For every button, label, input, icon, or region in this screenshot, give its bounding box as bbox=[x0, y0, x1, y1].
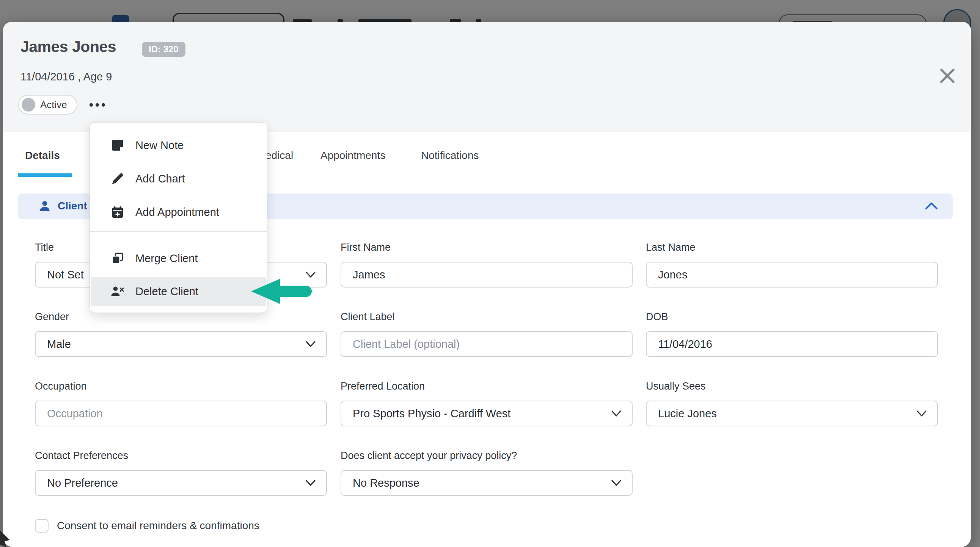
chevron-down-icon bbox=[916, 409, 927, 418]
gender-select[interactable]: Male bbox=[35, 331, 327, 357]
tab-appointments[interactable]: Appointments bbox=[320, 149, 385, 162]
menu-item-delete-client[interactable]: Delete Client bbox=[91, 277, 266, 306]
field-last-name: Last Name Jones bbox=[646, 242, 938, 253]
modal-header: James Jones ID: 320 11/04/2016 , Age 9 A… bbox=[3, 22, 971, 132]
first-name-input[interactable]: James bbox=[340, 262, 633, 288]
consent-checkbox[interactable] bbox=[35, 519, 49, 533]
client-details-modal: James Jones ID: 320 11/04/2016 , Age 9 A… bbox=[3, 22, 971, 547]
field-label: Usually Sees bbox=[646, 380, 938, 392]
field-label: Does client accept your privacy policy? bbox=[340, 450, 633, 462]
chevron-down-icon bbox=[305, 340, 316, 348]
client-dob-age: 11/04/2016 , Age 9 bbox=[21, 70, 112, 83]
menu-item-new-note[interactable]: New Note bbox=[91, 131, 266, 160]
note-icon bbox=[110, 137, 126, 153]
merge-icon bbox=[110, 250, 126, 266]
menu-item-merge-client[interactable]: Merge Client bbox=[91, 244, 266, 273]
tab-medical-partial[interactable]: edical bbox=[266, 149, 293, 162]
field-label: Last Name bbox=[646, 242, 938, 253]
field-first-name: First Name James bbox=[340, 242, 633, 253]
usually-sees-select[interactable]: Lucie Jones bbox=[646, 401, 938, 426]
person-remove-icon bbox=[110, 284, 126, 300]
field-label: Client Label bbox=[340, 311, 633, 323]
active-status-label: Active bbox=[40, 99, 67, 111]
chevron-down-icon bbox=[305, 270, 316, 279]
active-tab-underline bbox=[18, 173, 72, 177]
preferred-location-select[interactable]: Pro Sports Physio - Cardiff West bbox=[340, 401, 633, 426]
close-icon[interactable] bbox=[936, 65, 959, 87]
chevron-down-icon bbox=[611, 479, 622, 487]
field-preferred-location: Preferred Location Pro Sports Physio - C… bbox=[340, 380, 633, 392]
field-privacy-policy: Does client accept your privacy policy? … bbox=[340, 450, 633, 462]
more-options-icon[interactable] bbox=[89, 96, 112, 113]
tab-notifications[interactable]: Notifications bbox=[421, 149, 479, 162]
contact-preferences-select[interactable]: No Preference bbox=[35, 470, 327, 496]
menu-item-add-appointment[interactable]: Add Appointment bbox=[91, 198, 266, 226]
last-name-input[interactable]: Jones bbox=[646, 262, 938, 288]
toggle-knob-icon bbox=[22, 98, 35, 111]
person-icon bbox=[38, 199, 52, 213]
field-contact-preferences: Contact Preferences No Preference bbox=[35, 450, 327, 462]
menu-item-add-chart[interactable]: Add Chart bbox=[91, 164, 266, 193]
menu-divider bbox=[90, 231, 267, 232]
field-label: DOB bbox=[646, 311, 938, 323]
pencil-icon bbox=[110, 171, 126, 187]
annotation-arrow-shaft bbox=[277, 286, 312, 297]
dob-input[interactable]: 11/04/2016 bbox=[646, 331, 938, 357]
field-usually-sees: Usually Sees Lucie Jones bbox=[646, 380, 938, 392]
more-options-menu: New Note Add Chart Add Appo bbox=[89, 122, 267, 313]
field-label: First Name bbox=[340, 242, 633, 253]
calendar-plus-icon bbox=[110, 204, 126, 220]
field-label: Occupation bbox=[35, 380, 327, 392]
chevron-up-icon[interactable] bbox=[924, 200, 938, 212]
field-dob: DOB 11/04/2016 bbox=[646, 311, 938, 323]
consent-label: Consent to email reminders & confimation… bbox=[57, 520, 259, 532]
chevron-down-icon bbox=[611, 409, 622, 418]
active-status-toggle[interactable]: Active bbox=[18, 95, 77, 114]
field-label: Preferred Location bbox=[340, 380, 633, 392]
field-client-label: Client Label Client Label (optional) bbox=[340, 311, 633, 323]
section-title: Client bbox=[58, 200, 87, 212]
privacy-policy-select[interactable]: No Response bbox=[340, 470, 633, 496]
occupation-input[interactable]: Occupation bbox=[35, 401, 327, 426]
client-label-input[interactable]: Client Label (optional) bbox=[340, 331, 633, 357]
tab-details[interactable]: Details bbox=[25, 149, 60, 162]
client-name-title: James Jones bbox=[21, 38, 116, 56]
annotation-arrow-icon bbox=[251, 279, 280, 304]
client-id-badge: ID: 320 bbox=[142, 42, 185, 57]
field-occupation: Occupation Occupation bbox=[35, 380, 327, 392]
field-label: Contact Preferences bbox=[35, 450, 327, 462]
chevron-down-icon bbox=[305, 479, 316, 487]
